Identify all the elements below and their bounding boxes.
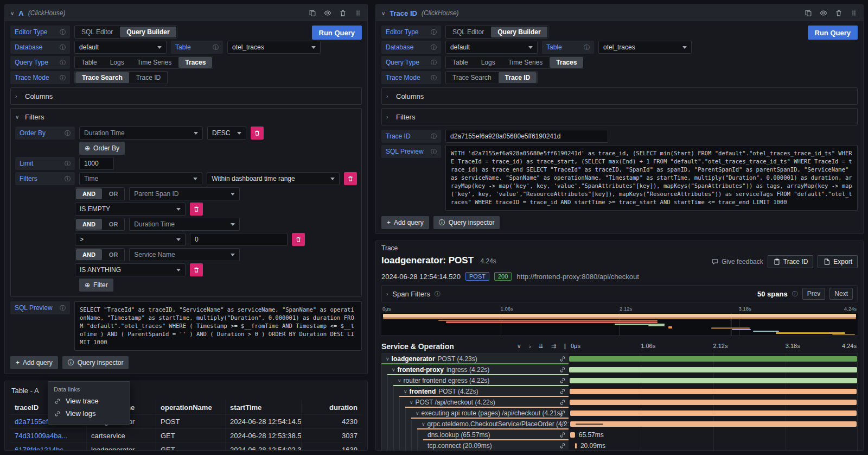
- cell-traceid[interactable]: 74d31009a4ba...: [10, 429, 86, 443]
- span-name-cell[interactable]: ∨frontend-proxyingress (4.22s): [381, 364, 569, 375]
- add-filter-button[interactable]: ⊕Filter: [79, 279, 113, 292]
- expand-one-icon[interactable]: ›: [527, 343, 533, 350]
- remove-condition-button[interactable]: [292, 233, 305, 246]
- remove-filter-button[interactable]: [344, 172, 357, 185]
- span-timeline-cell[interactable]: [569, 375, 858, 386]
- span-duration-bar[interactable]: [570, 432, 575, 438]
- minimap-canvas[interactable]: [381, 313, 858, 336]
- span-name-cell[interactable]: ∨router frontend egress (4.22s): [381, 375, 569, 386]
- query-inspector-button[interactable]: ⓘQuery inspector: [433, 216, 500, 229]
- chevron-down-icon[interactable]: ∨: [410, 400, 413, 405]
- order-by-direction-select[interactable]: DESC: [207, 127, 246, 140]
- condition-field-select[interactable]: Parent Span ID: [129, 187, 240, 200]
- span-duration-bar[interactable]: [575, 443, 577, 448]
- tab-sql-editor[interactable]: SQL Editor: [75, 26, 119, 38]
- database-select[interactable]: default: [74, 41, 167, 54]
- view-trace-link[interactable]: View trace: [54, 397, 124, 405]
- span-duration-bar[interactable]: [569, 356, 857, 362]
- table-select[interactable]: otel_traces: [598, 41, 692, 54]
- or-option[interactable]: OR: [103, 249, 125, 261]
- export-button[interactable]: Export: [818, 255, 858, 268]
- span-link-icon[interactable]: [559, 399, 566, 406]
- expand-all-icon[interactable]: ⇉: [549, 343, 558, 350]
- span-name-cell[interactable]: tcp.connect (20.09ms): [381, 440, 569, 451]
- filter-value-select[interactable]: Within dashboard time range: [207, 172, 340, 185]
- span-timeline-cell[interactable]: 65.57ms: [569, 429, 858, 440]
- filters-section-header[interactable]: ∨ Filters: [15, 111, 357, 122]
- tab-logs[interactable]: Logs: [104, 56, 131, 68]
- span-name-cell[interactable]: ∨frontendPOST (4.22s): [381, 386, 569, 397]
- span-link-icon[interactable]: [559, 366, 566, 374]
- tab-table[interactable]: Table: [75, 56, 104, 68]
- remove-condition-button[interactable]: [190, 203, 203, 216]
- condition-operator-select[interactable]: IS EMPTY: [75, 203, 186, 216]
- span-link-icon[interactable]: [559, 377, 566, 384]
- chevron-down-icon[interactable]: ∨: [386, 356, 390, 362]
- eye-icon[interactable]: [820, 9, 827, 17]
- chevron-down-icon[interactable]: ∨: [416, 410, 419, 416]
- span-name-cell[interactable]: ∨grpc.oteldemo.CheckoutService/PlaceOrde…: [381, 419, 569, 429]
- prev-button[interactable]: Prev: [802, 288, 826, 300]
- condition-value-input[interactable]: 0: [190, 233, 288, 246]
- and-option[interactable]: AND: [76, 219, 102, 230]
- col-header-duration[interactable]: duration: [301, 400, 362, 414]
- span-name-cell[interactable]: ∨executing api route (pages) /api/checko…: [381, 408, 569, 419]
- condition-operator-select[interactable]: IS ANYTHING: [75, 263, 186, 276]
- trace-id-input[interactable]: d2a7155ef6a928a05680e5ff6190241d: [445, 130, 608, 143]
- chevron-down-icon[interactable]: ∨: [404, 389, 407, 394]
- span-timeline-cell[interactable]: 20.09ms: [569, 440, 858, 451]
- tab-table[interactable]: Table: [446, 56, 475, 68]
- collapse-one-icon[interactable]: ∨: [515, 343, 524, 350]
- database-select[interactable]: default: [445, 41, 538, 54]
- table-select[interactable]: otel_traces: [227, 41, 321, 54]
- tab-logs[interactable]: Logs: [475, 56, 502, 68]
- span-timeline-cell[interactable]: [569, 364, 858, 375]
- trash-icon[interactable]: [835, 9, 843, 17]
- span-duration-bar[interactable]: [570, 400, 857, 405]
- collapse-chevron-icon[interactable]: ∨: [381, 10, 385, 16]
- span-filters-header[interactable]: › Span Filters ⓘ: [386, 290, 441, 298]
- remove-condition-button[interactable]: [190, 263, 203, 276]
- span-timeline-cell[interactable]: [569, 419, 858, 429]
- span-timeline-cell[interactable]: [569, 408, 858, 419]
- or-option[interactable]: OR: [103, 188, 125, 200]
- span-duration-bar[interactable]: [569, 367, 857, 372]
- limit-input[interactable]: 1000: [79, 157, 114, 170]
- drag-handle-icon[interactable]: [354, 9, 362, 17]
- collapse-all-icon[interactable]: ⇊: [537, 343, 546, 350]
- condition-field-select[interactable]: Duration Time: [129, 218, 240, 231]
- columns-section-header[interactable]: › Columns: [15, 91, 357, 102]
- trace-minimap[interactable]: 0μs 1.06s 2.12s 3.18s 4.24s: [381, 306, 858, 337]
- trace-id-link[interactable]: 74d31009a4ba...: [15, 432, 68, 440]
- and-option[interactable]: AND: [76, 188, 102, 199]
- span-link-icon[interactable]: [559, 420, 566, 428]
- add-order-by-button[interactable]: ⊕Order By: [79, 142, 125, 155]
- span-timeline-cell[interactable]: [569, 397, 858, 408]
- span-link-icon[interactable]: [559, 409, 566, 417]
- tab-time-series[interactable]: Time Series: [131, 56, 178, 68]
- span-duration-bar[interactable]: [570, 389, 857, 394]
- duplicate-icon[interactable]: [309, 9, 316, 17]
- span-name-cell[interactable]: ∨loadgeneratorPOST (4.23s): [381, 353, 569, 364]
- span-duration-bar[interactable]: [570, 421, 857, 427]
- chevron-down-icon[interactable]: ∨: [392, 367, 395, 372]
- columns-section-header[interactable]: › Columns: [386, 91, 853, 102]
- or-option[interactable]: OR: [103, 218, 125, 230]
- trace-id-button[interactable]: Trace ID: [768, 255, 814, 268]
- tab-trace-search[interactable]: Trace Search: [446, 72, 498, 84]
- tab-query-builder[interactable]: Query Builder: [491, 27, 547, 37]
- next-button[interactable]: Next: [829, 288, 853, 300]
- add-query-button[interactable]: +Add query: [381, 216, 429, 229]
- run-query-button[interactable]: Run Query: [808, 26, 858, 40]
- span-link-icon[interactable]: [559, 442, 566, 450]
- drag-handle-icon[interactable]: [850, 9, 858, 17]
- tab-trace-id[interactable]: Trace ID: [130, 72, 168, 84]
- tab-trace-id[interactable]: Trace ID: [499, 72, 537, 83]
- run-query-button[interactable]: Run Query: [312, 26, 362, 40]
- span-link-icon[interactable]: [559, 431, 566, 439]
- col-header-starttime[interactable]: startTime: [225, 400, 301, 414]
- col-header-operationname[interactable]: operationName: [156, 400, 225, 414]
- tab-sql-editor[interactable]: SQL Editor: [446, 26, 490, 38]
- filters-section-header[interactable]: › Filters: [386, 111, 853, 122]
- chevron-down-icon[interactable]: ∨: [422, 421, 425, 427]
